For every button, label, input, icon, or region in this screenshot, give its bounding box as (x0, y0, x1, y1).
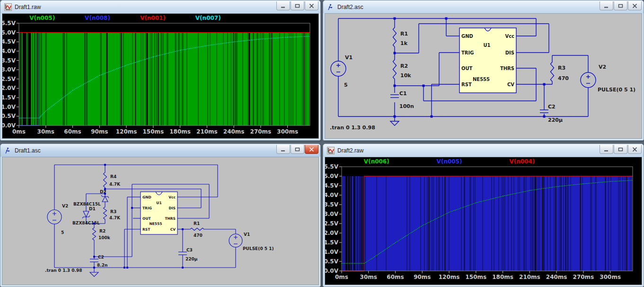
ic-part-number: NE555 (473, 77, 490, 82)
ref-label-C2: C2 (98, 255, 104, 260)
maximize-button[interactable] (614, 145, 627, 154)
voltage-source-V1[interactable]: V15 (331, 54, 353, 88)
trace-V(n005) (20, 33, 309, 126)
ref-label-C1: C1 (399, 90, 407, 97)
voltage-source-V2[interactable]: V25 (47, 204, 68, 235)
waveform-svg[interactable]: 5.5V5.0V4.5V4.0V3.5V3.0V2.5V2.0V1.5V1.0V… (325, 157, 642, 285)
waveform-svg[interactable]: 5.5V5.0V4.5V4.0V3.5V3.0V2.5V2.0V1.5V1.0V… (2, 14, 319, 139)
value-label-R3: 4.7K (109, 215, 121, 220)
x-tick-label: 270ms (250, 128, 272, 135)
schematic-app-icon (327, 3, 335, 11)
voltage-source-V2[interactable]: V2PULSE(0 5 1) (581, 64, 635, 93)
schematic-svg[interactable]: V25R44.7KD2BZX84C15LD1BZX84C15LR34.7KR21… (2, 157, 319, 285)
capacitor-C2[interactable]: C2220µ (540, 104, 563, 123)
junction-dot (93, 256, 95, 258)
waveform-plot-area-draft1[interactable]: 5.5V5.0V4.5V4.0V3.5V3.0V2.5V2.0V1.5V1.0V… (2, 13, 319, 139)
minimize-button[interactable] (276, 145, 290, 154)
titlebar[interactable]: Draft2.asc (323, 0, 644, 13)
y-tick-label: 1.0V (325, 249, 339, 255)
schematic-app-icon (4, 147, 12, 154)
ref-label-V2: V2 (599, 64, 606, 70)
window-draft1-raw: Draft1.raw 5.5V5.0V4.5V4.0V3.5V3.0V2.5V2… (0, 0, 321, 141)
resistor-R2[interactable]: R2100k (93, 227, 111, 241)
ref-label-R4: R4 (110, 174, 116, 179)
close-button[interactable] (628, 1, 642, 10)
close-button[interactable] (305, 145, 318, 154)
junction-dot (423, 85, 425, 87)
junction-dot (93, 267, 95, 269)
value-label-V1: PULSE(0 5 1) (243, 246, 274, 251)
minimize-button[interactable] (600, 1, 613, 10)
junction-dot (543, 116, 546, 118)
minimize-button[interactable] (600, 145, 613, 154)
y-tick-label: 4.5V (325, 182, 339, 189)
y-tick-label: 5.5V (325, 163, 339, 170)
resistor-R3[interactable]: R34.7K (104, 206, 121, 220)
close-button[interactable] (628, 145, 642, 154)
pin-label-DIS: DIS (169, 206, 176, 210)
maximize-button[interactable] (291, 145, 304, 154)
schematic-canvas-draft1[interactable]: V25R44.7KD2BZX84C15LD1BZX84C15LR34.7KR21… (2, 157, 319, 285)
schematic-svg[interactable]: V15R11kR210kC1100nGNDTRIGOUTRSTVccDISTHR… (325, 14, 642, 138)
waveform-plot-area-draft2[interactable]: 5.5V5.0V4.5V4.0V3.5V3.0V2.5V2.0V1.5V1.0V… (325, 157, 642, 285)
pin-label-Vcc: Vcc (168, 195, 176, 199)
legend-V(n005)[interactable]: V(n005) (437, 158, 462, 165)
y-tick-label: 1.0V (2, 104, 16, 110)
y-tick-label: 5.5V (2, 20, 16, 27)
legend-V(n004)[interactable]: V(n004) (509, 158, 535, 165)
y-tick-label: 0.5V (325, 258, 339, 265)
resistor-R4[interactable]: R44.7K (104, 171, 121, 188)
y-tick-label: 2.0V (325, 230, 339, 236)
zener-diode-D2[interactable]: D2BZX84C15L (73, 189, 109, 206)
ic-ref: U1 (156, 201, 161, 205)
x-tick-label: 300ms (600, 274, 621, 280)
schematic-canvas-draft2[interactable]: V15R11kR210kC1100nGNDTRIGOUTRSTVccDISTHR… (325, 13, 642, 139)
titlebar[interactable]: Draft1.raw (0, 0, 320, 13)
pin-label-RST: RST (142, 227, 150, 232)
junction-dot (445, 18, 448, 20)
ic-U1[interactable]: GNDTRIGOUTRSTVccDISTHRSCVU1NE555 (459, 28, 516, 93)
legend-V(n001)[interactable]: V(n001) (140, 15, 166, 21)
y-tick-label: 4.0V (325, 192, 339, 198)
value-label-C2: 220µ (548, 117, 563, 123)
resistor-R2[interactable]: R210k (393, 59, 412, 80)
resistor-R3[interactable]: R3470 (551, 61, 569, 82)
junction-dot (126, 267, 128, 269)
capacitor-C3[interactable]: C3220µ (178, 248, 198, 261)
value-label-R2: 100k (98, 235, 111, 240)
maximize-button[interactable] (614, 1, 627, 10)
ref-label-V2: V2 (62, 204, 68, 208)
value-label-C3: 220µ (185, 257, 198, 261)
minimize-button[interactable] (276, 1, 290, 10)
legend-V(n006)[interactable]: V(n006) (364, 158, 389, 165)
capacitor-C1[interactable]: C1100n (390, 90, 414, 109)
window-draft1-asc: Draft1.asc V25R44.7KD2BZX84C15LD1BZX84C1… (0, 144, 321, 287)
legend-V(n008)[interactable]: V(n008) (85, 15, 110, 21)
resistor-R1[interactable]: R1470 (189, 221, 205, 238)
close-button[interactable] (305, 1, 318, 10)
legend-V(n007)[interactable]: V(n007) (195, 15, 221, 21)
ic-U1[interactable]: GNDTRIGOUTRSTVccDISTHRSCVU1NE555 (141, 192, 177, 234)
x-tick-label: 240ms (546, 274, 567, 280)
y-tick-label: 1.5V (2, 94, 16, 101)
maximize-button[interactable] (291, 1, 304, 10)
titlebar[interactable]: Draft1.asc (0, 144, 320, 157)
y-tick-label: 0.0V (2, 122, 16, 129)
titlebar[interactable]: Draft2.raw (323, 144, 644, 157)
junction-dot (124, 267, 125, 269)
x-tick-label: 60ms (387, 274, 404, 280)
value-label-C1: 100n (399, 103, 414, 109)
value-label-R1: 1k (400, 40, 408, 46)
resistor-R1[interactable]: R11k (393, 27, 408, 48)
pin-label-CV: CV (507, 82, 514, 87)
legend-V(n005)[interactable]: V(n005) (29, 15, 55, 21)
junction-dot (182, 228, 184, 230)
ref-label-R1: R1 (400, 31, 408, 37)
y-tick-label: 3.0V (2, 66, 16, 73)
x-tick-label: 240ms (223, 128, 245, 135)
ref-label-R2: R2 (99, 229, 106, 233)
junction-dot (394, 85, 396, 87)
pin-label-THRS: THRS (165, 216, 176, 221)
waveform-app-icon (327, 147, 335, 154)
x-tick-label: 90ms (414, 274, 431, 280)
